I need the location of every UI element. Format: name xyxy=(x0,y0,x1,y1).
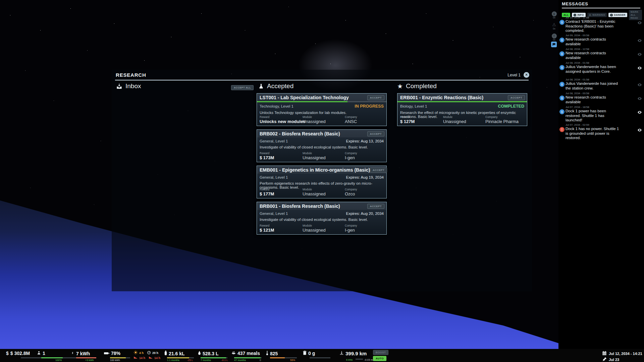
eye-icon[interactable] xyxy=(637,82,642,88)
oxygen-bar xyxy=(167,357,194,358)
eye-icon[interactable] xyxy=(637,127,642,133)
eye-icon[interactable] xyxy=(637,38,642,44)
contract-title-row: BRB002 - Biosfera Research (Basic) ACCEP… xyxy=(257,130,386,137)
company-label: Company xyxy=(345,224,357,227)
reward-value: $ 173M xyxy=(260,155,274,160)
eye-icon[interactable] xyxy=(637,51,642,57)
boost-button[interactable]: BOOST xyxy=(373,350,388,355)
accept-button[interactable]: ACCEPT xyxy=(508,95,525,100)
message-item[interactable]: Jul 08, 2034 - 01:58 i Julius Vanderwerd… xyxy=(558,61,644,76)
solar-panel-warning-icon xyxy=(133,356,138,360)
contract-card-brb002[interactable]: BRB002 - Biosfera Research (Basic) ACCEP… xyxy=(257,129,387,162)
contract-category: General, Level 1 xyxy=(260,139,288,143)
water-drop-icon xyxy=(198,351,201,356)
danger-count: 0x xyxy=(550,39,558,41)
food-indicator[interactable]: 437 meals 47 months 0 xyxy=(231,349,265,362)
module-label: Module xyxy=(303,224,326,227)
heat-indicator[interactable]: 825 55% xyxy=(266,349,300,362)
accept-button[interactable]: ACCEPT xyxy=(367,95,384,100)
food-value: 437 meals xyxy=(237,351,260,356)
solar-panel-warning-icon xyxy=(149,356,153,360)
contract-card-emb001[interactable]: EMB001 - Epigenetics in Micro-organisms … xyxy=(257,166,387,198)
oxygen-delta: -25 L xyxy=(187,359,193,362)
stars xyxy=(0,0,0,0)
contract-card-lst001[interactable]: LST001 - Lab Specialization Technology A… xyxy=(257,93,387,126)
eye-icon[interactable] xyxy=(637,96,642,102)
eye-icon[interactable] xyxy=(637,20,642,26)
dollar-icon: $ xyxy=(6,351,9,356)
accept-button[interactable]: ACCEPT xyxy=(367,131,384,136)
completed-column-header: ★ Completed xyxy=(397,82,437,90)
danger-icon: ! xyxy=(559,127,565,132)
message-item[interactable]: Jul 07, 2034 - 18:58 i Dock 1 power has … xyxy=(558,106,644,120)
close-icon[interactable]: × xyxy=(524,72,529,78)
crew-indicator[interactable]: 1 100% xyxy=(37,349,65,362)
info-icon: i xyxy=(559,65,565,70)
contract-footer: Reward $ 173M Module Unassigned Company … xyxy=(257,152,386,160)
altitude-thrust: 6 kNs xyxy=(346,358,353,361)
message-item[interactable]: Jul 08, 2034 - 12:58 i New research cont… xyxy=(558,48,644,57)
company-value: Ozco xyxy=(345,191,357,196)
research-panel-title: RESEARCH xyxy=(116,72,146,78)
messages-toggle-button[interactable] xyxy=(551,42,557,47)
power-value: 7 kWh xyxy=(76,351,90,356)
message-item[interactable]: Jul 09, 2034 - 00:58 i New research cont… xyxy=(558,34,644,43)
message-item[interactable]: Jul 10, 2034 - 11:58 i Contract 'ERB001 … xyxy=(558,16,644,31)
module-value: Unassigned xyxy=(303,228,326,233)
reward-field: Reward $ 127M xyxy=(400,115,415,124)
accept-button[interactable]: ACCEPT xyxy=(367,204,384,209)
info-counter[interactable]: i 0x xyxy=(550,10,558,19)
thermometer-icon xyxy=(266,351,268,356)
danger-icon: ! xyxy=(552,34,557,39)
night-icon xyxy=(147,351,151,355)
message-item[interactable]: Jul 08, 2034 - 01:58 i Julius Vanderwerd… xyxy=(558,78,644,87)
water-indicator[interactable]: 528.3 L 7 months -0.1 L xyxy=(198,349,230,362)
message-text: Contract 'ERB001 - Enzymtic Reactions (B… xyxy=(566,19,622,33)
battery-capacity: 100 kWh xyxy=(110,359,120,362)
contract-meta-row: General, Level 1 Expires: Aug 13, 2034 xyxy=(257,137,386,143)
contract-category: General, Level 1 xyxy=(260,212,288,216)
eye-icon[interactable] xyxy=(637,65,642,71)
module-label: Module xyxy=(303,115,326,119)
info-icon: i xyxy=(559,51,565,56)
water-delta: -0.1 L xyxy=(221,359,228,362)
warning-counter[interactable]: ⚠ 0x xyxy=(550,21,558,30)
contract-title: EMB001 - Epigenetics in Micro-organisms … xyxy=(260,167,370,173)
contract-card-brb001[interactable]: BRB001 - Biosfera Research (Basic) ACCEP… xyxy=(257,202,387,235)
accept-all-button[interactable]: ACCEPT ALL xyxy=(231,85,254,90)
power-delta: +3 kWh xyxy=(85,359,94,362)
danger-counter[interactable]: ! 0x xyxy=(550,33,558,41)
trash-icon xyxy=(303,351,307,356)
auto-button[interactable]: AUTO xyxy=(373,356,386,361)
status-badge: IN PROGRESS xyxy=(355,104,384,109)
food-bar xyxy=(234,357,262,358)
person-icon xyxy=(37,351,41,356)
message-text: Dock 1 has no power. Shuttle 1 is ground… xyxy=(566,127,622,140)
money-value: $ 302.8M xyxy=(10,351,30,356)
power-indicator[interactable]: 7 kWh +3 kWh xyxy=(71,349,100,362)
contract-description: Unlocks Technology specialization for la… xyxy=(257,109,386,115)
daynight-cycle-indicator[interactable]: 4 h 20 h 14 h 14 h xyxy=(133,349,164,362)
eye-icon[interactable] xyxy=(637,109,642,115)
accepted-column-label: Accepted xyxy=(267,82,293,90)
info-icon: i xyxy=(559,82,565,87)
altitude-bar xyxy=(356,359,363,360)
message-item[interactable]: Jul 08, 2034 - 00:58 i New research cont… xyxy=(558,92,644,101)
contract-card-erb001[interactable]: ERB001 - Enzymtic Reactions (Basic) ACCE… xyxy=(397,93,527,126)
battery-indicator[interactable]: 78% 100 kWh xyxy=(104,349,132,362)
message-item[interactable]: Jul 07, 2034 - 02:59 ! Dock 1 has no pow… xyxy=(558,123,644,138)
contract-category: Biology, Level 1 xyxy=(400,104,427,108)
reward-field: Reward $ 173M xyxy=(260,152,274,160)
inbox-column-header: Inbox xyxy=(116,82,141,90)
message-text: New research contracts available xyxy=(566,95,622,104)
contract-title-row: ERB001 - Enzymtic Reactions (Basic) ACCE… xyxy=(397,94,527,101)
water-bar xyxy=(201,357,227,358)
oxygen-indicator[interactable]: 21.6 kL 1.1 months -25 L xyxy=(164,349,196,362)
altitude-indicator[interactable]: 399.9 km 6 kNs -0.03 m/s BOOST AUTO xyxy=(339,349,396,362)
module-label: Module xyxy=(443,115,466,119)
accept-button[interactable]: ACCEPT xyxy=(370,168,387,173)
crew-bar xyxy=(41,357,63,358)
waste-indicator[interactable]: 0 g xyxy=(303,349,333,362)
reward-field: Reward $ 177M xyxy=(260,188,274,196)
reward-label: Reward xyxy=(260,224,274,227)
